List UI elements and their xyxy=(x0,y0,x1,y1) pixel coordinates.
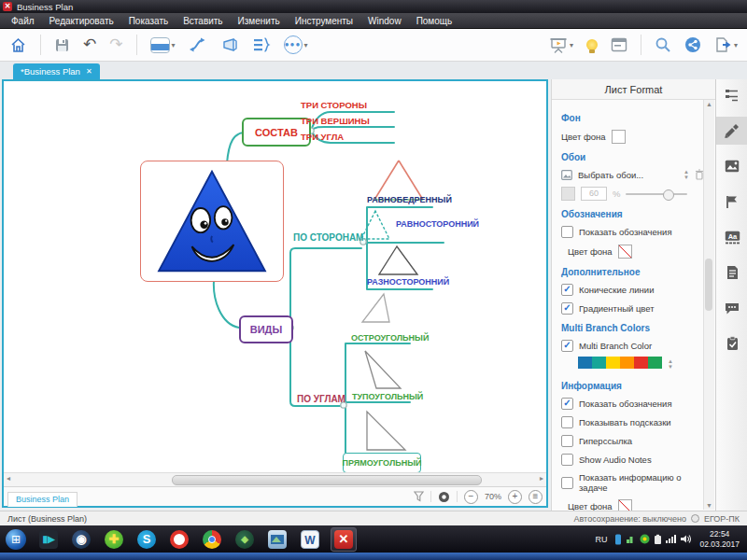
panel-scrollbar[interactable]: ▲ ▼ xyxy=(703,100,714,510)
tab-close-icon[interactable]: ✕ xyxy=(86,67,92,76)
node-po-storonam[interactable]: ПО СТОРОНАМ xyxy=(293,232,363,243)
scroll-up-icon[interactable]: ▲ xyxy=(704,101,714,107)
sidebar-format-button[interactable] xyxy=(716,117,747,145)
export-button[interactable]: ▾ xyxy=(714,36,738,53)
scroll-down-icon[interactable]: ▼ xyxy=(704,502,714,509)
dropdown-caret-icon[interactable]: ▾ xyxy=(304,41,308,49)
search-button[interactable] xyxy=(655,36,671,53)
node-raznostoronnii[interactable]: РАЗНОСТОРОННИЙ xyxy=(367,277,449,287)
sidebar-comments-button[interactable] xyxy=(716,294,747,322)
taskbar-clock[interactable]: 22:54 02.03.2017 xyxy=(699,529,740,549)
taskbar-imindmap-active[interactable]: ✕ xyxy=(331,527,357,552)
multi-branch-color-checkbox[interactable]: ✓ xyxy=(561,340,573,352)
branch-color-palette[interactable] xyxy=(578,357,662,369)
undo-button[interactable]: ↶ xyxy=(83,36,96,53)
show-tooltips-checkbox[interactable] xyxy=(561,416,573,428)
share-button[interactable] xyxy=(684,36,701,53)
tray-battery-icon[interactable] xyxy=(654,534,662,545)
wallpaper-stepper[interactable]: ▲▼ xyxy=(684,169,689,180)
wallpaper-color-swatch[interactable] xyxy=(561,187,575,201)
sidebar-flag-button[interactable] xyxy=(716,188,747,216)
menu-insert[interactable]: Вставить xyxy=(176,16,230,26)
horizontal-scrollbar[interactable]: ◂ ▸ xyxy=(4,472,546,486)
menu-window[interactable]: Window xyxy=(360,16,409,26)
show-audio-notes-checkbox[interactable] xyxy=(561,454,573,466)
home-button[interactable] xyxy=(9,36,27,54)
box-style-button[interactable]: ▾ xyxy=(150,37,176,53)
save-button[interactable] xyxy=(54,37,70,53)
menu-modify[interactable]: Изменить xyxy=(231,16,288,26)
tray-phone-icon[interactable] xyxy=(614,534,622,545)
dropdown-caret-icon[interactable]: ▾ xyxy=(734,41,738,49)
branch-tool-button[interactable] xyxy=(189,36,207,53)
show-legend-checkbox[interactable] xyxy=(561,226,573,238)
background-color-swatch[interactable] xyxy=(612,130,626,144)
notes-panel-button[interactable] xyxy=(611,37,627,52)
gradient-color-checkbox[interactable]: ✓ xyxy=(561,302,573,315)
menu-tools[interactable]: Инструменты xyxy=(288,16,360,26)
palette-stepper[interactable]: ▲▼ xyxy=(668,358,673,370)
menu-view[interactable]: Показать xyxy=(121,16,176,26)
language-indicator[interactable]: RU xyxy=(595,535,607,544)
conical-lines-checkbox[interactable]: ✓ xyxy=(561,284,573,296)
node-ravnostoronnii[interactable]: РАВНОСТОРОННИЙ xyxy=(396,219,479,229)
node-tupougolnyi[interactable]: ТУПОУГОЛЬНЫЙ xyxy=(352,392,423,401)
zoom-out-button[interactable]: − xyxy=(464,490,478,504)
sidebar-branch-settings-button[interactable] xyxy=(716,81,747,109)
node-tri-storony[interactable]: ТРИ СТОРОНЫ xyxy=(301,100,367,110)
scrollbar-thumb[interactable] xyxy=(172,475,482,485)
panel-scrollbar-thumb[interactable] xyxy=(705,259,712,311)
center-map-icon[interactable] xyxy=(438,491,450,503)
idea-button[interactable] xyxy=(586,39,598,50)
node-vidy[interactable]: ВИДЫ xyxy=(239,315,293,343)
menu-help[interactable]: Помощь xyxy=(409,16,460,26)
taskbar-skype[interactable]: S xyxy=(134,528,159,551)
node-ostrougolnyi[interactable]: ОСТРОУГОЛЬНЫЙ xyxy=(351,333,429,343)
zoom-in-button[interactable]: + xyxy=(508,490,522,504)
node-ravnobedrennyi[interactable]: РАВНОБЕДРЕННЫЙ xyxy=(367,195,452,204)
sheet-tab-business-plan[interactable]: Business Plan xyxy=(7,492,78,507)
redo-button[interactable]: ↷ xyxy=(109,36,122,53)
taskbar-chrome[interactable] xyxy=(200,528,224,551)
more-tools-button[interactable]: ●●● ▾ xyxy=(284,35,308,54)
taskbar-photo-viewer[interactable] xyxy=(265,528,289,551)
outline-button[interactable] xyxy=(252,36,271,53)
taskbar-antivirus-360[interactable]: ✚ xyxy=(102,528,126,551)
slider-thumb[interactable] xyxy=(663,189,674,201)
wallpaper-opacity-input[interactable]: 60 xyxy=(581,187,607,201)
legend-color-swatch[interactable] xyxy=(618,245,632,259)
wallpaper-opacity-slider[interactable] xyxy=(626,193,687,195)
sidebar-tasks-button[interactable] xyxy=(716,329,747,357)
menu-file[interactable]: Файл xyxy=(4,16,42,26)
tray-signal-icon[interactable] xyxy=(666,534,677,544)
sidebar-notes-button[interactable] xyxy=(716,259,747,287)
show-task-info-checkbox[interactable] xyxy=(561,477,573,489)
sidebar-text-button[interactable]: Aa xyxy=(716,223,747,251)
node-po-uglam[interactable]: ПО УГЛАМ xyxy=(297,394,345,404)
node-tri-vershiny[interactable]: ТРИ ВЕРШИНЫ xyxy=(301,116,370,126)
tray-volume-icon[interactable] xyxy=(681,534,692,544)
tray-network-icon[interactable] xyxy=(626,534,636,544)
taskbar-antivirus[interactable]: ◈ xyxy=(233,528,257,551)
3d-view-button[interactable] xyxy=(220,36,239,53)
taskbar-media-player[interactable]: ▮▶ xyxy=(36,528,61,551)
choose-wallpaper-button[interactable]: Выбрать обои... xyxy=(578,170,643,180)
tab-business-plan[interactable]: *Business Plan ✕ xyxy=(13,63,100,79)
scroll-right-icon[interactable]: ▸ xyxy=(540,474,543,483)
node-pryamougolnyi[interactable]: ПРЯМОУГОЛЬНЫЙ xyxy=(343,453,421,472)
presentation-button[interactable]: ▾ xyxy=(549,36,573,54)
filter-icon[interactable] xyxy=(414,491,424,502)
taskbar-steam[interactable]: ◉ xyxy=(69,528,93,551)
zoom-fit-button[interactable]: ≡ xyxy=(529,490,543,504)
menu-edit[interactable]: Редактировать xyxy=(42,16,121,26)
taskbar-opera[interactable] xyxy=(167,528,191,551)
dropdown-caret-icon[interactable]: ▾ xyxy=(172,41,176,49)
sidebar-image-button[interactable] xyxy=(716,152,747,180)
dropdown-caret-icon[interactable]: ▾ xyxy=(570,41,573,49)
mindmap-canvas[interactable]: СОСТАВ ТРИ СТОРОНЫ ТРИ ВЕРШИНЫ ТРИ УГЛА … xyxy=(4,81,546,472)
hyperlink-checkbox[interactable] xyxy=(561,435,573,447)
node-tri-ugla[interactable]: ТРИ УГЛА xyxy=(301,132,344,142)
start-button[interactable]: ⊞ xyxy=(4,528,28,551)
central-topic-image[interactable] xyxy=(140,161,284,282)
scroll-left-icon[interactable]: ◂ xyxy=(7,474,10,483)
